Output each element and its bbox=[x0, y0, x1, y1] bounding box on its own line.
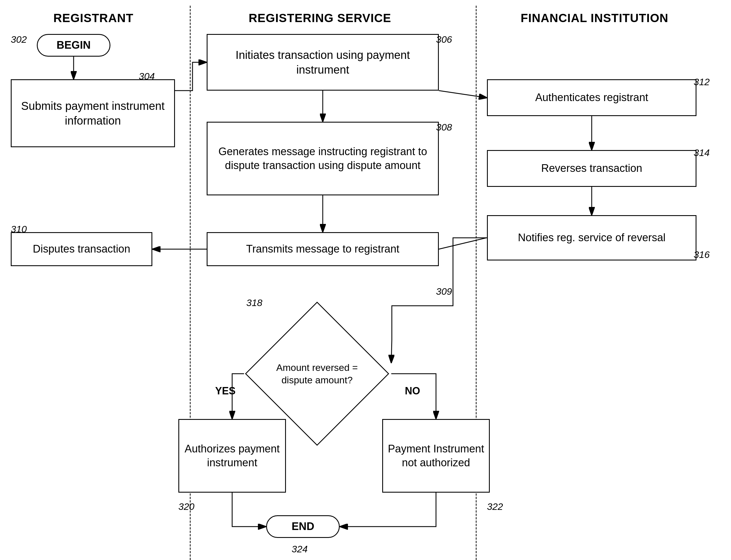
ref-316: 316 bbox=[694, 249, 710, 260]
yes-label: YES bbox=[215, 385, 236, 397]
submit-box: Submits payment instrument information bbox=[11, 79, 175, 147]
end-node: END bbox=[266, 515, 340, 538]
svg-line-5 bbox=[439, 91, 486, 98]
ref-309: 309 bbox=[436, 286, 452, 297]
transmit-box: Transmits message to registrant bbox=[207, 232, 439, 266]
generate-box: Generates message instructing registrant… bbox=[207, 122, 439, 195]
col-header-registrant: REGISTRANT bbox=[8, 11, 178, 25]
diagram-container: REGISTRANT REGISTERING SERVICE FINANCIAL… bbox=[0, 0, 731, 560]
ref-324: 324 bbox=[292, 544, 308, 555]
ref-310: 310 bbox=[11, 224, 27, 235]
no-label: NO bbox=[405, 385, 420, 397]
authenticate-box: Authenticates registrant bbox=[487, 79, 696, 116]
ref-320: 320 bbox=[178, 501, 194, 512]
ref-318: 318 bbox=[246, 297, 262, 308]
dispute-box: Disputes transaction bbox=[11, 232, 152, 266]
svg-line-8 bbox=[439, 238, 486, 249]
ref-312: 312 bbox=[694, 76, 710, 87]
ref-308: 308 bbox=[436, 122, 452, 133]
ref-304: 304 bbox=[139, 71, 155, 82]
initiate-box: Initiates transaction using payment inst… bbox=[207, 34, 439, 91]
ref-306: 306 bbox=[436, 34, 452, 45]
ref-302: 302 bbox=[11, 34, 27, 45]
ref-322: 322 bbox=[487, 501, 503, 512]
ref-314: 314 bbox=[694, 147, 710, 158]
col-header-financial: FINANCIAL INSTITUTION bbox=[481, 11, 708, 25]
not-auth-box: Payment Instrument not authorized bbox=[382, 419, 490, 493]
begin-node: BEGIN bbox=[37, 34, 110, 57]
reverse-box: Reverses transaction bbox=[487, 150, 696, 187]
col-header-registering: REGISTERING SERVICE bbox=[193, 11, 447, 25]
diamond-text: Amount reversed = dispute amount? bbox=[267, 358, 367, 389]
authorize-box: Authorizes payment instrument bbox=[178, 419, 286, 493]
notify-box: Notifies reg. service of reversal bbox=[487, 215, 696, 260]
